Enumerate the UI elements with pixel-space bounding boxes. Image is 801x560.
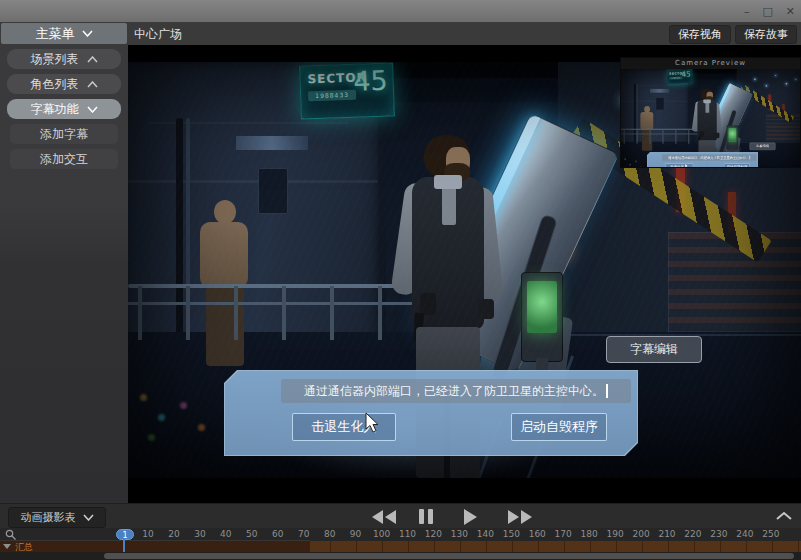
graffiti-speck [629,164,631,166]
current-frame-indicator[interactable]: 1 [116,529,134,540]
dialogue-panel: 通过通信器内部端口，已经进入了防卫卫星的主控中心。 击退生化人 启动自毁程序 [647,152,758,167]
neon-sign-number: 45 [681,70,691,79]
summary-channel-label: 汇总 [15,542,33,552]
frame-tick-label: 40 [220,529,231,540]
close-button[interactable]: ✕ [786,5,795,18]
npc-torso [640,112,653,130]
sidebar-item-label: 场景列表 [31,51,79,68]
text-caret [750,156,751,160]
frame-tick-label: 140 [477,529,494,540]
sidebar-item-scene-list[interactable]: 场景列表 [7,49,121,69]
play-button[interactable] [464,508,477,525]
maximize-button[interactable]: □ [762,5,772,18]
frame-tick-label: 10 [142,529,153,540]
sidebar: 场景列表 角色列表 字幕功能 添加字幕 添加交互 [0,45,128,503]
graffiti-speck [198,424,205,431]
dope-sheet-track[interactable] [310,541,801,552]
frame-tick-label: 130 [451,529,468,540]
frame-tick-label: 60 [272,529,283,540]
subtitle-edit-button[interactable]: 字幕编辑 [606,336,702,363]
horizontal-scrollbar[interactable] [104,553,794,559]
wall-pipe [634,84,636,148]
npc-legs [206,286,244,366]
frame-tick-label: 180 [581,529,598,540]
expand-triangle-icon[interactable] [3,544,11,549]
subtitle-text-input[interactable]: 通过通信器内部端口，已经进入了防卫卫星的主控中心。 [662,154,756,160]
main-menu-button[interactable]: 主菜单 [1,23,127,44]
subtitle-text-input[interactable]: 通过通信器内部端口，已经进入了防卫卫星的主控中心。 [281,379,631,403]
pause-button[interactable] [419,508,433,525]
rewind-button[interactable] [372,508,396,525]
fast-forward-icon [521,510,532,524]
wall-vent-box [656,98,664,110]
frame-tick-label: 150 [503,529,520,540]
text-caret [606,384,608,398]
window-controls: – □ ✕ [744,0,795,22]
add-subtitle-button[interactable]: 添加字幕 [10,124,118,144]
terminal-screen [728,128,736,142]
frame-tick-label: 250 [762,529,779,540]
frame-tick-label: 220 [684,529,701,540]
light-flare [766,85,767,86]
frame-tick-label: 210 [658,529,675,540]
light-flare [775,75,776,76]
fast-forward-icon [508,510,519,524]
collapse-panel-button[interactable] [775,510,793,522]
railing-post [186,286,190,340]
character-shirt [705,102,709,113]
save-buttons: 保存视角 保存故事 [669,25,797,44]
green-terminal [521,272,563,362]
camera-preview-body: SECTOR 45 1988433 [621,69,800,167]
save-view-button[interactable]: 保存视角 [669,25,731,44]
subtitle-edit-button[interactable]: 字幕编辑 [750,143,776,150]
summary-channel-row[interactable]: 汇总 [0,541,310,552]
sidebar-item-label: 字幕功能 [31,101,79,118]
railing-post [378,286,382,340]
frame-ruler[interactable]: 1 10203040506070809010011012013014015016… [0,528,801,541]
rewind-icon [372,510,383,524]
frame-tick-label: 90 [350,529,361,540]
railing-post [138,286,142,340]
graffiti-speck [635,160,637,162]
railing-post [662,129,663,144]
neon-sign-number: 45 [353,65,388,97]
viewport: SECTOR 45 1988433 [128,45,801,503]
light-flare [754,78,756,80]
choice-button-left[interactable]: 击退生化人 [292,413,396,441]
mouse-cursor-icon [684,163,688,167]
rewind-icon [385,510,396,524]
railing-post [650,129,651,144]
graffiti-speck [140,394,147,401]
frame-tick-label: 100 [373,529,390,540]
choice-button-right[interactable]: 启动自毁程序 [724,163,750,167]
choice-button-right[interactable]: 启动自毁程序 [511,413,607,441]
light-flare [786,83,788,85]
camera-preview-scene: SECTOR 45 1988433 [621,69,800,167]
railing-post [688,129,689,144]
frame-tick-label: 240 [736,529,753,540]
frame-tick-label: 70 [298,529,309,540]
sidebar-item-character-list[interactable]: 角色列表 [7,74,121,94]
save-story-button[interactable]: 保存故事 [735,25,797,44]
railing-post [637,129,638,144]
minimize-button[interactable]: – [744,5,750,18]
sidebar-item-subtitle-function[interactable]: 字幕功能 [7,99,121,119]
neon-sign-serial: 1988433 [308,90,356,102]
frame-tick-label: 170 [555,529,572,540]
chevron-down-icon [82,30,93,37]
graffiti-speck [148,434,155,441]
editor-type-label: 动画摄影表 [21,510,76,525]
building-panel-line [621,101,688,102]
graffiti-speck [624,158,626,160]
choice-button-left[interactable]: 击退生化人 [665,163,693,167]
pause-icon [419,509,424,524]
scene-name-label: 中心广场 [134,26,182,43]
building-panel-line [128,180,378,183]
fast-forward-button[interactable] [508,508,532,525]
neon-sign-serial: 1988433 [669,76,682,79]
camera-preview-title: Camera Preview [621,58,800,69]
frame-tick-label: 30 [194,529,205,540]
editor-type-dropdown[interactable]: 动画摄影表 [8,507,106,528]
playhead-line[interactable] [123,538,125,552]
add-interaction-button[interactable]: 添加交互 [10,149,118,169]
